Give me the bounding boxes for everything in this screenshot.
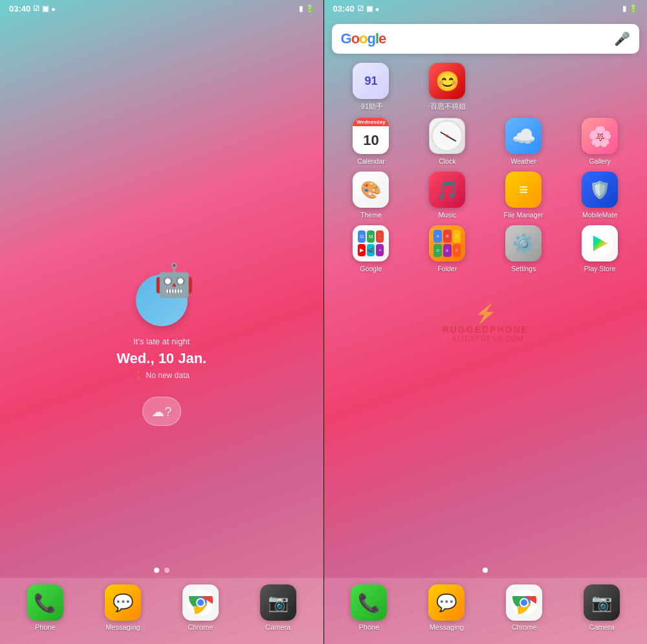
watermark-logo-icon: ⚡ [443,302,529,324]
app-settings-label: Settings [511,265,536,272]
app-folder-icon[interactable]: A B C D E F [429,225,465,261]
right-dock-messaging-label: Messaging [430,623,464,631]
svg-point-9 [521,599,527,606]
app-clock-icon[interactable] [429,118,465,154]
app-google[interactable]: G M 📍 ▶ 📹 + Google [334,225,408,272]
left-status-icon1: ☑ [33,5,39,13]
left-status-icon2: ▣ [42,5,49,13]
app-music-label: Music [439,211,456,219]
right-dock-camera-label: Camera [589,623,615,631]
app-gallery-label: Gallery [589,157,610,165]
right-chrome-icon[interactable] [506,584,542,621]
app-filemanager[interactable]: ≡ File Manager [487,172,560,219]
app-calendar[interactable]: Wednesday 10 Calendar [334,118,408,165]
right-camera-icon[interactable]: 📷 [584,584,620,621]
app-settings-icon[interactable]: ⚙️ [505,225,542,261]
app-91[interactable]: 91 ·91助手 [334,63,408,111]
dot-2 [164,568,170,573]
chrome-svg-icon [188,590,214,616]
app-google-icon[interactable]: G M 📍 ▶ 📹 + [353,225,389,261]
app-google-label: Google [360,265,382,272]
app-clock[interactable]: Clock [410,118,484,165]
app-folder[interactable]: A B C D E F Folder [410,225,484,272]
right-messages-icon[interactable]: 💬 [428,584,465,621]
phone-icon[interactable]: 📞 [27,584,63,621]
right-dock-camera[interactable]: 📷 Camera [584,584,620,631]
left-time: 03:40 [9,4,30,14]
right-dock-phone[interactable]: 📞 Phone [351,584,387,631]
watermark-line1: RUGGEDPHONE [443,324,529,334]
left-signal-icon: ▮ [299,5,303,13]
left-page-dots [154,568,170,573]
cloud-question-icon: ☁? [151,404,171,419]
app-theme-label: Theme [360,211,382,219]
right-battery-icon: 🔋 [629,5,638,13]
dock-phone-label: Phone [35,623,56,631]
app-playstore[interactable]: Play Store [563,225,637,272]
left-battery-icon: 🔋 [305,5,314,13]
right-phone-icon[interactable]: 📞 [351,584,387,621]
right-dot-1 [483,568,488,573]
date-label: Wed., 10 Jan. [116,350,206,367]
right-time: 03:40 [333,4,355,14]
app-weather-label: Weather [510,157,536,165]
right-signal-icon: ▮ [622,5,626,13]
maps-mini-icon: 📍 [376,230,384,243]
chrome-icon[interactable] [182,584,219,621]
app-settings[interactable]: ⚙️ Settings [487,225,560,272]
app-baise-label: ·百思不得姐 [428,102,466,111]
app-clock-label: Clock [439,157,455,165]
app-mobilemate-label: MobileMate [582,211,617,219]
app-playstore-label: Play Store [584,265,615,272]
dock-chrome[interactable]: Chrome [182,584,219,631]
location-label: 📍 No new data [134,371,190,380]
app-91-icon[interactable]: 91 [353,63,389,99]
youtube-mini-icon: ▶ [358,244,366,256]
dock-camera-label: Camera [265,623,291,631]
dock-messaging[interactable]: 💬 Messaging [105,584,141,631]
right-dock-chrome-label: Chrome [512,623,537,631]
app-calendar-label: Calendar [357,157,385,165]
cloud-widget[interactable]: ☁? [142,397,181,426]
camera-icon[interactable]: 📷 [260,584,296,621]
left-status-bar: 03:40 ☑ ▣ ● ▮ 🔋 [0,0,324,17]
robot-mascot-icon: 🤖 [154,261,194,299]
app-calendar-icon[interactable]: Wednesday 10 [353,118,389,154]
app-mobilemate-icon[interactable]: 🛡️ [582,172,618,208]
app-gallery[interactable]: 🌸 Gallery [563,118,637,165]
app-weather-icon[interactable]: ☁️ [505,118,542,154]
dock-camera[interactable]: 📷 Camera [260,584,296,631]
dock-messaging-label: Messaging [105,623,140,631]
right-page-dots [483,568,488,573]
app-folder-label: Folder [437,265,457,272]
app-music[interactable]: 🎵 Music [410,172,484,219]
svg-point-3 [197,599,204,606]
app-music-icon[interactable]: 🎵 [429,172,465,208]
app-baise[interactable]: 😊 ·百思不得姐 [410,63,484,111]
app-weather[interactable]: ☁️ Weather [487,118,560,165]
google-search-bar[interactable]: Google 🎤 [332,24,640,54]
app-filemanager-icon[interactable]: ≡ [505,172,542,208]
messages-icon[interactable]: 💬 [105,584,141,621]
app-baise-icon[interactable]: 😊 [429,63,465,99]
lock-screen-content: 🤖 It's late at night Wed., 10 Jan. 📍 No … [0,17,324,644]
right-dock-chrome[interactable]: Chrome [506,584,542,631]
late-night-label: It's late at night [133,337,190,346]
right-status-bar: 03:40 ☑ ▣ ● ▮ 🔋 [324,0,648,17]
left-status-icon3: ● [51,5,56,13]
watermark-line2: · ALIEXPRESS.COM [443,334,529,342]
right-status-icon3: ● [375,5,380,13]
app-theme[interactable]: 🎨 Theme [334,172,408,219]
app-filemanager-label: File Manager [504,211,543,219]
right-dock-messaging[interactable]: 💬 Messaging [428,584,465,631]
meet-mini-icon: 📹 [367,244,375,256]
dock-phone[interactable]: 📞 Phone [27,584,63,631]
app-91-label: ·91助手 [359,102,383,111]
google-mini-icon: G [358,230,366,243]
app-gallery-icon[interactable]: 🌸 [582,118,618,154]
mic-icon[interactable]: 🎤 [614,31,630,47]
app-mobilemate[interactable]: 🛡️ MobileMate [563,172,637,219]
right-phone-panel: 03:40 ☑ ▣ ● ▮ 🔋 Google 🎤 91 ·9 [324,0,648,644]
app-theme-icon[interactable]: 🎨 [353,172,389,208]
app-playstore-icon[interactable] [582,225,618,261]
